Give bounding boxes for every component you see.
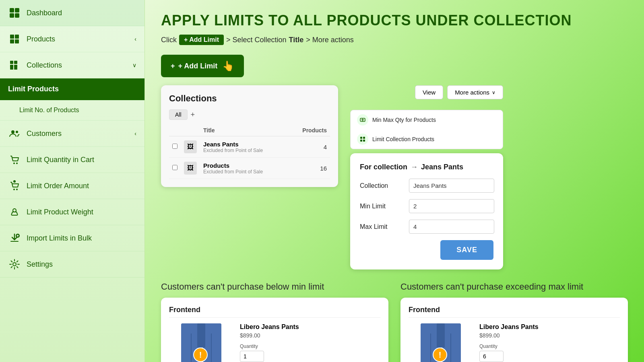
more-actions-btn[interactable]: More actions ∨ [447, 85, 503, 99]
add-icon: + [171, 62, 175, 70]
table-row[interactable]: 🖼 Jeans Pants Excluded from Point of Sal… [169, 136, 330, 158]
sidebar-item-import[interactable]: Import Limits in Bulk [0, 225, 144, 251]
tab-bar: All + [169, 109, 330, 120]
svg-point-23 [13, 263, 16, 266]
sidebar-item-limit-products[interactable]: Limit Products [0, 78, 144, 100]
product-price-max: $899.00 [479, 332, 553, 339]
cart-qty-icon [8, 153, 21, 166]
collections-title: Collections [169, 93, 330, 104]
row-count: 4 [289, 136, 330, 158]
sidebar-label-limit-qty: Limit Quantity in Cart [27, 156, 94, 164]
min-max-label: Min Max Qty for Products [372, 117, 436, 123]
save-button[interactable]: SAVE [440, 240, 493, 260]
max-limit-label: Max Limit [360, 223, 404, 230]
right-panel: View More actions ∨ [350, 85, 503, 269]
tab-all[interactable]: All [169, 109, 188, 120]
row-checkbox[interactable] [172, 165, 178, 170]
sidebar-label-dashboard: Dashboard [27, 9, 62, 17]
limit-collection-icon [357, 134, 368, 145]
sidebar-item-limit-weight[interactable]: Limit Product Weight [0, 199, 144, 225]
sidebar-label-limit-order: Limit Order Amount [27, 182, 89, 190]
dropdown-item-limit-collection[interactable]: Limit Collection Products [351, 130, 503, 149]
row-count: 16 [289, 158, 330, 179]
svg-rect-6 [10, 39, 14, 43]
demo-min-section: Customers can't purchase below min limit… [161, 282, 388, 362]
form-row-max: Max Limit [360, 220, 493, 234]
chevron-down-icon: ∨ [492, 90, 495, 95]
sidebar-label-customers: Customers [27, 130, 62, 138]
sidebar-label-import: Import Limits in Bulk [27, 234, 92, 243]
sidebar-item-limit-qty[interactable]: Limit Quantity in Cart [0, 147, 144, 173]
svg-rect-9 [14, 61, 17, 64]
min-limit-label: Min Limit [360, 203, 404, 210]
col-header-products: Products [289, 125, 330, 136]
sidebar-item-collections[interactable]: Collections ∨ [0, 52, 144, 78]
sidebar-item-limit-order[interactable]: Limit Order Amount [0, 173, 144, 199]
svg-rect-1 [15, 8, 19, 12]
svg-rect-27 [360, 140, 362, 142]
step-bold: Title [289, 36, 304, 44]
sidebar-item-limit-no-products[interactable]: Limit No. of Products [0, 100, 144, 121]
svg-rect-3 [15, 13, 19, 18]
row-title: Jeans Pants [203, 141, 285, 148]
demo-max-section: Customers can't purchase exceeding max l… [400, 282, 628, 362]
demo-max-card: Frontend [400, 298, 628, 362]
sidebar-label-settings: Settings [27, 260, 53, 269]
collections-icon [8, 59, 21, 72]
sidebar-item-dashboard[interactable]: Dashboard [0, 0, 144, 26]
svg-rect-11 [14, 65, 17, 68]
svg-rect-28 [363, 140, 365, 142]
svg-point-20 [13, 180, 16, 183]
dropdown-item-min-max[interactable]: Min Max Qty for Products [351, 110, 503, 130]
frontend-max-title: Frontend [409, 306, 620, 318]
row-checkbox[interactable] [172, 144, 178, 149]
max-limit-input[interactable] [409, 220, 494, 234]
svg-rect-10 [10, 65, 13, 68]
product-price-min: $899.00 [240, 332, 313, 339]
svg-rect-25 [360, 137, 362, 139]
svg-point-15 [16, 131, 18, 133]
add-limit-label: + Add Limit [178, 62, 218, 70]
min-max-icon [357, 114, 368, 125]
product-name-max: Libero Jeans Pants [479, 323, 553, 331]
collections-panel: Collections All + Title Products [161, 85, 338, 187]
svg-point-19 [16, 189, 18, 190]
row-subtitle: Excluded from Point of Sale [203, 169, 285, 175]
qty-input-max[interactable] [479, 351, 504, 362]
sidebar-item-settings[interactable]: Settings [0, 251, 144, 278]
form-panel-title: For collection → Jeans Pants [360, 163, 493, 171]
table-row[interactable]: 🖼 Products Excluded from Point of Sale 1… [169, 158, 330, 179]
product-info-max: Libero Jeans Pants $899.00 Quantity ADD … [479, 323, 553, 362]
collection-input[interactable] [409, 179, 494, 193]
qty-label-max: Quantity [479, 343, 553, 349]
sidebar-item-products[interactable]: Products ‹ [0, 26, 144, 52]
min-limit-input[interactable] [409, 199, 494, 213]
sidebar-label-limit-no-products: Limit No. of Products [19, 107, 79, 114]
dashboard-icon [8, 6, 21, 19]
collections-table: Title Products 🖼 Jeans Pants Excluded fr… [169, 125, 330, 179]
products-chevron: ‹ [134, 36, 136, 42]
tab-plus[interactable]: + [191, 111, 195, 119]
svg-rect-7 [15, 39, 19, 43]
svg-rect-12 [10, 68, 13, 70]
top-panels-wrapper: + + Add Limit 👆 Collections All + [161, 55, 628, 269]
svg-rect-34 [197, 323, 205, 348]
svg-point-18 [13, 189, 15, 190]
svg-rect-26 [363, 137, 365, 139]
svg-point-16 [13, 162, 15, 164]
step-prefix: Click [161, 36, 177, 44]
sidebar-item-customers[interactable]: Customers ‹ [0, 121, 144, 147]
import-icon [8, 232, 21, 245]
warning-icon-min: ! [193, 348, 208, 362]
sidebar-label-products: Products [27, 35, 55, 43]
add-limit-inline-btn[interactable]: + Add Limit [179, 35, 224, 45]
svg-point-17 [16, 162, 18, 164]
cursor-icon: 👆 [222, 60, 234, 72]
sidebar-label-collections: Collections [27, 61, 62, 70]
qty-input-min[interactable] [240, 351, 264, 362]
warning-icon-max: ! [433, 348, 447, 362]
add-limit-button[interactable]: + + Add Limit 👆 [161, 55, 244, 77]
svg-rect-13 [14, 68, 17, 70]
sidebar-label-limit-products: Limit Products [8, 85, 59, 93]
view-btn[interactable]: View [415, 85, 443, 99]
